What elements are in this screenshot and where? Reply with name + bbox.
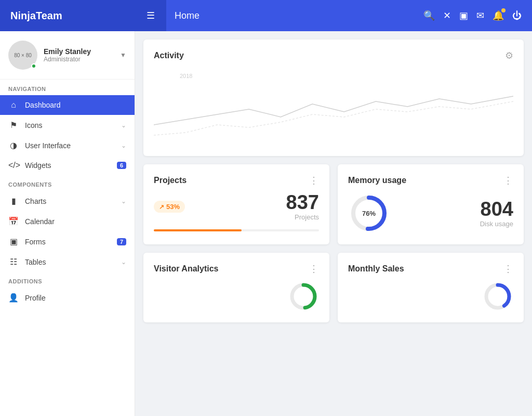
bell-icon[interactable]: 🔔 bbox=[493, 10, 504, 21]
page-title: Home bbox=[166, 10, 423, 21]
content-area: Activity ⚙ 2018 Projects ⋮ bbox=[135, 31, 532, 416]
user-caret-icon[interactable]: ▼ bbox=[120, 51, 126, 59]
projects-stat-right: 837 Projects bbox=[286, 192, 319, 221]
gear-icon[interactable]: ⚙ bbox=[505, 50, 513, 61]
navigation-section-label: Navigation bbox=[0, 80, 135, 95]
sidebar-item-label: Widgets bbox=[25, 161, 111, 170]
sidebar-item-tables[interactable]: ☷ Tables ⌄ bbox=[0, 252, 135, 272]
monthly-menu-icon[interactable]: ⋮ bbox=[503, 263, 513, 275]
forms-badge: 7 bbox=[117, 238, 126, 245]
home-icon: ⌂ bbox=[8, 100, 19, 110]
activity-card-title: Activity bbox=[154, 51, 184, 60]
stats-row: Projects ⋮ ↗ 53% 837 Projects bbox=[143, 164, 524, 244]
sidebar-item-label: Calendar bbox=[25, 217, 126, 226]
monthly-chart-area bbox=[348, 281, 513, 312]
memory-value: 804 bbox=[480, 199, 513, 219]
projects-card-header: Projects ⋮ bbox=[154, 175, 319, 186]
components-section-label: Components bbox=[0, 175, 135, 191]
main-layout: 80 × 80 Emily Stanley Administrator ▼ Na… bbox=[0, 31, 532, 416]
status-dot bbox=[31, 63, 36, 69]
memory-donut: 76% bbox=[348, 192, 390, 234]
visitor-card-title: Visitor Analytics bbox=[154, 264, 219, 274]
halfcircle-icon: ◑ bbox=[8, 140, 19, 150]
sidebar-item-forms[interactable]: ▣ Forms 7 bbox=[0, 231, 135, 252]
visitor-donut-svg bbox=[288, 281, 319, 312]
sidebar-item-calendar[interactable]: 📅 Calendar bbox=[0, 211, 135, 231]
sidebar: 80 × 80 Emily Stanley Administrator ▼ Na… bbox=[0, 31, 135, 416]
monthly-donut-svg bbox=[482, 281, 513, 312]
forms-icon: ▣ bbox=[8, 237, 19, 246]
avatar-text: 80 × 80 bbox=[14, 53, 32, 58]
chevron-down-icon: ⌄ bbox=[121, 198, 126, 205]
chevron-down-icon: ⌄ bbox=[121, 122, 126, 129]
activity-card-header: Activity ⚙ bbox=[154, 50, 513, 61]
projects-menu-icon[interactable]: ⋮ bbox=[309, 175, 319, 186]
projects-stat-content: ↗ 53% 837 Projects bbox=[154, 192, 319, 221]
sidebar-item-dashboard[interactable]: ⌂ Dashboard bbox=[0, 95, 135, 115]
sidebar-item-label: Tables bbox=[25, 258, 115, 266]
bottom-row: Visitor Analytics ⋮ Monthly Sales ⋮ bbox=[143, 253, 524, 322]
visitor-card-header: Visitor Analytics ⋮ bbox=[154, 263, 319, 275]
chevron-down-icon: ⌄ bbox=[121, 142, 126, 149]
sidebar-item-label: Icons bbox=[25, 121, 115, 129]
memory-card-header: Memory usage ⋮ bbox=[348, 175, 513, 186]
chevron-down-icon: ⌄ bbox=[121, 258, 126, 266]
trend-up-icon: ↗ bbox=[159, 203, 164, 211]
header: NinjaTeam ☰ Home 🔍 ✕ ▣ ✉ 🔔 ⏻ bbox=[0, 0, 532, 31]
sidebar-item-profile[interactable]: 👤 Profile bbox=[0, 288, 135, 308]
memory-menu-icon[interactable]: ⋮ bbox=[503, 175, 513, 186]
sidebar-item-label: User Interface bbox=[25, 141, 115, 150]
visitor-card: Visitor Analytics ⋮ bbox=[143, 253, 329, 322]
table-icon: ☷ bbox=[8, 257, 19, 267]
grid-icon[interactable]: ▣ bbox=[459, 10, 468, 21]
memory-value-label: Disk usage bbox=[480, 220, 513, 228]
activity-card: Activity ⚙ 2018 bbox=[143, 40, 524, 156]
power-icon[interactable]: ⏻ bbox=[512, 10, 522, 21]
monthly-card-header: Monthly Sales ⋮ bbox=[348, 263, 513, 275]
memory-stat-right: 804 Disk usage bbox=[480, 199, 513, 228]
user-icon: 👤 bbox=[8, 293, 19, 303]
sidebar-item-label: Charts bbox=[25, 197, 115, 205]
user-panel: 80 × 80 Emily Stanley Administrator ▼ bbox=[0, 31, 135, 80]
monthly-card: Monthly Sales ⋮ bbox=[338, 253, 524, 322]
projects-progress-bar bbox=[154, 229, 319, 231]
projects-badge: ↗ 53% bbox=[154, 201, 185, 213]
sidebar-item-label: Profile bbox=[25, 294, 126, 302]
header-icons: 🔍 ✕ ▣ ✉ 🔔 ⏻ bbox=[423, 10, 532, 21]
projects-progress-fill bbox=[154, 229, 242, 231]
memory-card: Memory usage ⋮ 76% 804 bbox=[338, 164, 524, 244]
widgets-badge: 6 bbox=[117, 162, 126, 169]
sidebar-item-label: Dashboard bbox=[25, 101, 126, 109]
brand: NinjaTeam bbox=[0, 0, 135, 31]
hamburger-icon: ☰ bbox=[147, 10, 155, 21]
sidebar-item-charts[interactable]: ▮ Charts ⌄ bbox=[0, 191, 135, 211]
projects-count: 837 bbox=[286, 192, 319, 212]
projects-badge-value: 53% bbox=[166, 203, 180, 211]
sidebar-item-icons[interactable]: ⚑ Icons ⌄ bbox=[0, 115, 135, 135]
user-name: Emily Stanley bbox=[44, 47, 114, 56]
donut-label: 76% bbox=[362, 210, 376, 217]
projects-card-title: Projects bbox=[154, 176, 187, 185]
user-role: Administrator bbox=[44, 56, 114, 63]
search-icon[interactable]: 🔍 bbox=[423, 10, 435, 21]
projects-count-label: Projects bbox=[286, 213, 319, 221]
sidebar-item-widgets[interactable]: </> Widgets 6 bbox=[0, 155, 135, 175]
avatar: 80 × 80 bbox=[8, 41, 37, 70]
calendar-icon: 📅 bbox=[8, 216, 19, 226]
memory-stat-content: 76% 804 Disk usage bbox=[348, 192, 513, 234]
visitor-menu-icon[interactable]: ⋮ bbox=[309, 263, 319, 275]
code-icon: </> bbox=[8, 161, 19, 170]
activity-svg bbox=[154, 73, 513, 146]
chart-year-label: 2018 bbox=[180, 73, 192, 79]
additions-section-label: Additions bbox=[0, 272, 135, 288]
user-info: Emily Stanley Administrator bbox=[44, 47, 114, 63]
sidebar-item-label: Forms bbox=[25, 238, 111, 246]
activity-chart: 2018 bbox=[154, 68, 513, 146]
barchart-icon: ▮ bbox=[8, 196, 19, 206]
close-icon[interactable]: ✕ bbox=[443, 10, 451, 21]
brand-name: NinjaTeam bbox=[10, 10, 62, 22]
mail-icon[interactable]: ✉ bbox=[476, 10, 484, 21]
flag-icon: ⚑ bbox=[8, 120, 19, 130]
sidebar-item-ui[interactable]: ◑ User Interface ⌄ bbox=[0, 135, 135, 155]
sidebar-toggle[interactable]: ☰ bbox=[135, 0, 166, 31]
